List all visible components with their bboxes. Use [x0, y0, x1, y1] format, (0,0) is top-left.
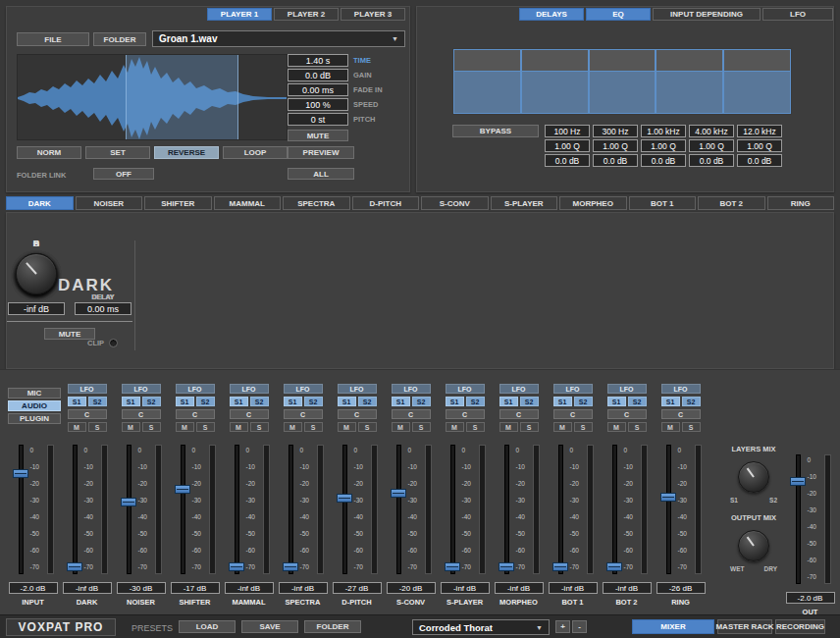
pan-center-button[interactable]: C [607, 409, 647, 419]
solo-button[interactable]: S [628, 422, 647, 432]
s1-button[interactable]: S1 [553, 397, 572, 406]
delay-value[interactable]: 0.00 ms [75, 302, 131, 315]
volume-fader[interactable] [445, 445, 460, 574]
s2-button[interactable]: S2 [682, 397, 701, 406]
wave-edit-button[interactable]: NORM [17, 146, 81, 159]
pan-center-button[interactable]: C [176, 409, 215, 419]
fader-handle[interactable] [790, 477, 806, 486]
s1-button[interactable]: S1 [392, 397, 410, 406]
lfo-button[interactable]: LFO [392, 384, 431, 394]
volume-fader[interactable] [606, 445, 622, 574]
module-tab[interactable]: BOT 1 [629, 196, 697, 210]
pan-center-button[interactable]: C [661, 409, 701, 419]
lfo-button[interactable]: LFO [338, 384, 377, 394]
channel-level-value[interactable]: -20 dB [387, 582, 436, 594]
volume-fader[interactable] [391, 445, 406, 574]
eq-band-handle[interactable] [453, 49, 521, 114]
volume-fader[interactable] [660, 445, 676, 574]
lfo-button[interactable]: LFO [446, 384, 485, 394]
volume-fader[interactable] [229, 445, 244, 574]
loaded-file-dropdown[interactable]: Groan 1.wav ▼ [152, 30, 405, 47]
eq-freq-value[interactable]: 300 Hz [593, 125, 638, 137]
mute-button[interactable]: M [230, 422, 248, 432]
solo-button[interactable]: S [412, 422, 431, 432]
s2-button[interactable]: S2 [88, 397, 107, 406]
fx-tab[interactable]: EQ [586, 8, 651, 21]
lfo-button[interactable]: LFO [661, 384, 701, 394]
s1-button[interactable]: S1 [176, 397, 194, 406]
s1-button[interactable]: S1 [499, 397, 518, 406]
pan-center-button[interactable]: C [68, 409, 107, 419]
solo-button[interactable]: S [358, 422, 377, 432]
volume-fader[interactable] [552, 445, 568, 574]
eq-freq-value[interactable]: 1.00 kHz [641, 125, 686, 137]
waveform-display[interactable] [17, 54, 288, 140]
module-tab[interactable]: MAMMAL [214, 196, 282, 210]
volume-fader[interactable] [499, 445, 514, 574]
channel-level-value[interactable]: -30 dB [117, 582, 166, 594]
pan-center-button[interactable]: C [230, 409, 269, 419]
pan-center-button[interactable]: C [284, 409, 323, 419]
eq-q-value[interactable]: 1.00 Q [737, 139, 782, 152]
param-value[interactable]: 0.00 ms [288, 83, 348, 96]
wave-edit-button[interactable]: SET [85, 146, 150, 159]
pan-center-button[interactable]: C [392, 409, 431, 419]
level-value[interactable]: -inf dB [8, 302, 65, 315]
mute-button[interactable]: M [607, 422, 626, 432]
s2-button[interactable]: S2 [520, 397, 539, 406]
mute-button[interactable]: M [68, 422, 86, 432]
wave-edit-button[interactable]: REVERSE [154, 146, 219, 159]
channel-level-value[interactable]: -inf dB [603, 582, 652, 594]
channel-level-value[interactable]: -27 dB [333, 582, 382, 594]
s2-button[interactable]: S2 [358, 397, 377, 406]
s1-button[interactable]: S1 [607, 397, 626, 406]
module-tab[interactable]: D-PITCH [352, 196, 420, 210]
pan-center-button[interactable]: C [338, 409, 377, 419]
lfo-button[interactable]: LFO [68, 384, 107, 394]
eq-gain-value[interactable]: 0.0 dB [689, 154, 734, 167]
lfo-button[interactable]: LFO [284, 384, 323, 394]
module-tab[interactable]: SHIFTER [144, 196, 212, 210]
eq-gain-value[interactable]: 0.0 dB [737, 154, 782, 167]
param-value[interactable]: 0 st [288, 113, 348, 126]
s1-button[interactable]: S1 [284, 397, 302, 406]
volume-fader[interactable] [283, 445, 298, 574]
fader-handle[interactable] [606, 562, 622, 571]
s2-button[interactable]: S2 [304, 397, 323, 406]
channel-level-value[interactable]: -inf dB [549, 582, 598, 594]
eq-gain-value[interactable]: 0.0 dB [545, 154, 590, 167]
channel-level-value[interactable]: -inf dB [441, 582, 490, 594]
eq-q-value[interactable]: 1.00 Q [545, 139, 590, 152]
eq-band-handle[interactable] [723, 49, 791, 114]
volume-fader[interactable] [337, 445, 352, 574]
lfo-button[interactable]: LFO [499, 384, 539, 394]
s2-button[interactable]: S2 [412, 397, 431, 406]
view-button[interactable]: RECORDING [775, 619, 825, 634]
pan-center-button[interactable]: C [122, 409, 161, 419]
eq-gain-value[interactable]: 0.0 dB [593, 154, 638, 167]
eq-bypass-button[interactable]: BYPASS [452, 125, 539, 137]
eq-q-value[interactable]: 1.00 Q [641, 139, 686, 152]
volume-fader[interactable] [67, 445, 82, 574]
param-value[interactable]: 100 % [288, 98, 348, 111]
s1-button[interactable]: S1 [68, 397, 86, 406]
waveform-selection[interactable] [126, 55, 238, 139]
output-mix-knob[interactable] [738, 530, 769, 561]
solo-button[interactable]: S [142, 422, 161, 432]
param-value[interactable]: 1.40 s [288, 54, 348, 67]
fx-tab[interactable]: INPUT DEPENDING [653, 8, 761, 21]
s1-button[interactable]: S1 [122, 397, 140, 406]
player-tab[interactable]: PLAYER 3 [341, 8, 405, 21]
s2-button[interactable]: S2 [196, 397, 215, 406]
eq-freq-value[interactable]: 100 Hz [545, 125, 590, 137]
eq-gain-value[interactable]: 0.0 dB [641, 154, 686, 167]
volume-fader[interactable] [175, 445, 190, 574]
module-tab[interactable]: RING [767, 196, 835, 210]
mute-button[interactable]: M [553, 422, 572, 432]
param-value[interactable]: 0.0 dB [288, 69, 348, 81]
layer-mute-button[interactable]: MUTE [44, 328, 95, 340]
lfo-button[interactable]: LFO [553, 384, 593, 394]
fader-handle[interactable] [283, 562, 298, 571]
fader-handle[interactable] [175, 485, 190, 494]
s1-button[interactable]: S1 [230, 397, 248, 406]
